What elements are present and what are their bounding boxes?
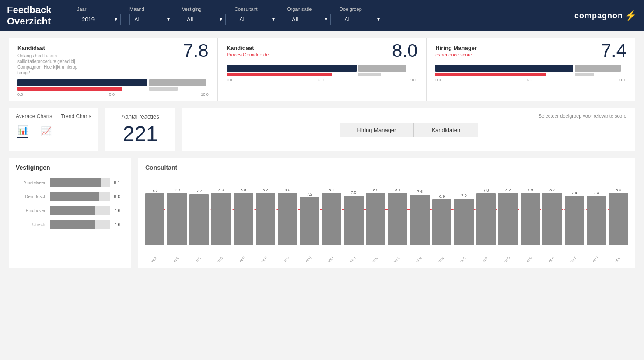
filter-select-wrapper-3: All [234,14,278,25]
consultant-bar-score-14: 7.0 [461,193,467,198]
consultant-bar-label-11: Consultant L [384,256,400,262]
consultant-bar-group-0: 7.8Consultant A [145,188,164,245]
doelgroep-buttons: Hiring Manager Kandidaten [191,123,626,137]
consultant-bar-group-1: 9.0Consultant B [167,188,186,245]
trend-chart-icon[interactable]: 📈 [41,126,52,136]
vestigingen-box: Vestigingen Amstelveen 8.1 Den Bosch 8.0… [9,158,131,268]
consultant-bar-label-12: Consultant M [405,256,423,262]
bar-red-2 [435,73,546,76]
title-line1: Feedback [7,4,52,15]
consultant-bar-group-8: 8.1Consultant I [322,188,341,245]
filter-label-3: Consultant [234,7,278,12]
consultant-bar-19 [565,196,584,245]
bar-dark-1 [227,65,357,72]
bar-red-0 [18,87,122,91]
filter-item-organisatie: OrganisatieAll [287,7,331,25]
consultant-bar-group-10: 8.0Consultant K [366,188,385,245]
bar-chart-icon[interactable]: 📊 [18,125,28,138]
consultant-bar-label-5: Consultant F [251,256,268,262]
vestigingen-title: Vestigingen [16,164,124,171]
kandidaten-button[interactable]: Kandidaten [413,123,478,137]
consultant-bar-score-17: 7.9 [528,188,533,192]
consultant-bar-score-1: 9.0 [174,188,180,192]
consultant-bar-label-17: Consultant R [516,256,533,262]
bar-axis-0: 0.05.010.0 [18,92,209,97]
consultant-bar-score-15: 7.8 [483,188,489,192]
consultant-bar-group-12: 7.6Consultant M [410,188,429,245]
vestiging-row-2: Eindhoven 7.6 [16,206,124,215]
consultant-bar-16 [498,193,518,245]
filter-select-vestiging[interactable]: All [182,14,226,25]
filter-group: Jaar2017201820192020MaandAllJanFebMarApr… [77,7,566,25]
consultant-bar-4 [234,193,253,245]
consultant-bar-label-0: Consultant A [145,256,158,262]
chart-toggle-box: Average Charts Trend Charts 📊 📈 [9,108,98,151]
consultant-bar-group-20: 7.4Consultant U [587,188,606,245]
consultant-bar-10 [366,193,385,245]
consultant-bar-group-5: 8.2Consultant F [256,188,275,245]
brand-logo: compagnon ⚡ [574,10,637,21]
score-value-2: 7.4 [601,40,626,61]
vestiging-score-2: 7.6 [114,208,124,213]
filter-select-jaar[interactable]: 2017201820192020 [77,14,121,25]
filter-select-consultant[interactable]: All [234,14,278,25]
consultant-bar-label-9: Consultant J [340,256,357,262]
consultant-bar-group-4: 8.0Consultant E [234,188,253,245]
consultant-title: Consultant [145,164,628,171]
bottom-row: Vestigingen Amstelveen 8.1 Den Bosch 8.0… [9,158,635,268]
bar-light-1 [358,73,381,76]
consultant-bar-score-13: 6.9 [439,194,445,199]
bar-dark-0 [18,79,147,86]
consultant-bar-label-3: Consultant D [207,256,224,262]
vestiging-bar-wrap-3 [50,220,110,229]
filter-label-4: Organisatie [287,7,331,12]
consultant-bar-label-18: Consultant S [538,256,555,262]
consultant-bar-label-8: Consultant I [318,256,335,262]
consultant-bar-2 [189,194,209,245]
score-cards-row: Kandidaat Onlangs heeft u een sollicitat… [9,38,635,101]
vestiging-label-3: Utrecht [16,222,46,227]
consultant-bar-score-9: 7.5 [351,190,357,195]
score-card-title-2: Hiring Manager [435,45,477,51]
consultant-bar-group-13: 6.9Consultant N [432,188,452,245]
filter-select-wrapper-1: AllJanFebMarAprMayJunJulAugSepOctNovDec [130,14,173,25]
hiring-manager-button[interactable]: Hiring Manager [340,123,414,137]
vestiging-bar-2 [50,206,94,215]
vestiging-row-0: Amstelveen 8.1 [16,178,124,187]
consultant-bar-0 [145,193,164,245]
consultant-bar-group-6: 9.0Consultant G [278,188,297,245]
vestiging-bar-3 [50,220,94,229]
bar-gray-2 [575,65,621,72]
consultant-bar-score-6: 9.0 [285,188,290,192]
consultant-bar-group-15: 7.8Consultant P [476,188,496,245]
filter-select-wrapper-4: All [287,14,331,25]
consultant-bar-group-21: 8.0Consultant V [609,188,628,245]
filter-label-5: Doelgroep [340,7,383,12]
title-line2: Overzicht [7,16,51,27]
filter-item-jaar: Jaar2017201820192020 [77,7,121,25]
vestiging-score-0: 8.1 [114,180,124,185]
bar-dark-2 [435,65,573,72]
vestiging-bar-0 [50,178,101,187]
consultant-bar-group-7: 7.2Consultant H [300,188,319,245]
consultant-bar-label-7: Consultant H [295,256,312,262]
filter-select-wrapper-0: 2017201820192020 [77,14,121,25]
consultant-bar-14 [454,199,473,245]
consultant-bar-score-21: 8.0 [616,188,621,192]
score-card-desc-0: Onlangs heeft u een sollicitatieprocedur… [18,53,88,76]
consultant-bar-group-11: 8.1Consultant L [388,188,407,245]
vestiging-bar-1 [50,192,99,201]
filter-select-doelgroep[interactable]: All [340,14,383,25]
consultant-box: Consultant 7.8Consultant A9.0Consultant … [138,158,635,268]
consultant-bar-8 [322,193,341,245]
consultant-bar-7 [300,197,319,245]
bar-light-0 [149,87,178,91]
score-card-title-0: Kandidaat [18,45,88,51]
consultant-bar-score-0: 7.8 [152,188,158,192]
vestiging-label-0: Amstelveen [16,180,46,185]
filter-select-maand[interactable]: AllJanFebMarAprMayJunJulAugSepOctNovDec [130,14,173,25]
consultant-bar-score-2: 7.7 [196,189,202,193]
filter-select-organisatie[interactable]: All [287,14,331,25]
vestiging-score-1: 8.0 [114,194,124,199]
doelgroep-box: Selecteer doelgroep voor relevante score… [182,108,635,151]
